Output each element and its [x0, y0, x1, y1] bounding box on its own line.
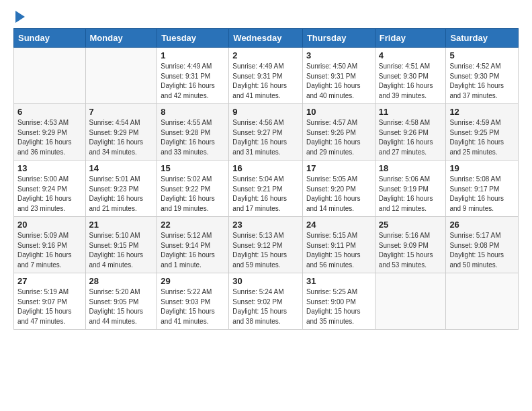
logo-arrow-icon	[15, 11, 25, 23]
day-info: Sunrise: 5:00 AM Sunset: 9:24 PM Dayligh…	[17, 175, 82, 214]
calendar-cell: 28Sunrise: 5:20 AM Sunset: 9:05 PM Dayli…	[85, 273, 157, 330]
day-number: 21	[89, 220, 154, 230]
calendar-cell: 15Sunrise: 5:02 AM Sunset: 9:22 PM Dayli…	[157, 161, 229, 217]
day-number: 1	[161, 50, 225, 60]
day-info: Sunrise: 4:50 AM Sunset: 9:31 PM Dayligh…	[306, 62, 371, 101]
day-number: 22	[161, 220, 225, 230]
day-number: 9	[232, 107, 299, 117]
weekday-header-saturday: Saturday	[446, 29, 519, 48]
calendar-cell	[375, 273, 446, 330]
weekday-header-friday: Friday	[375, 29, 446, 48]
day-info: Sunrise: 4:52 AM Sunset: 9:30 PM Dayligh…	[449, 62, 515, 101]
weekday-header-row: SundayMondayTuesdayWednesdayThursdayFrid…	[14, 29, 519, 48]
day-number: 10	[306, 107, 371, 117]
day-number: 26	[449, 220, 515, 230]
calendar-cell: 1Sunrise: 4:49 AM Sunset: 9:31 PM Daylig…	[157, 48, 229, 104]
day-info: Sunrise: 5:10 AM Sunset: 9:15 PM Dayligh…	[89, 231, 154, 270]
calendar-cell: 22Sunrise: 5:12 AM Sunset: 9:14 PM Dayli…	[157, 217, 229, 273]
calendar-cell: 19Sunrise: 5:08 AM Sunset: 9:17 PM Dayli…	[446, 161, 519, 217]
calendar-cell: 3Sunrise: 4:50 AM Sunset: 9:31 PM Daylig…	[302, 48, 375, 104]
day-number: 17	[306, 163, 371, 173]
day-number: 7	[89, 107, 154, 117]
calendar-cell: 8Sunrise: 4:55 AM Sunset: 9:28 PM Daylig…	[157, 104, 229, 161]
day-info: Sunrise: 5:01 AM Sunset: 9:23 PM Dayligh…	[89, 175, 154, 214]
calendar-cell: 31Sunrise: 5:25 AM Sunset: 9:00 PM Dayli…	[302, 273, 375, 330]
day-info: Sunrise: 4:59 AM Sunset: 9:25 PM Dayligh…	[449, 118, 515, 157]
page: SundayMondayTuesdayWednesdayThursdayFrid…	[0, 0, 532, 343]
day-number: 16	[232, 163, 299, 173]
day-info: Sunrise: 5:16 AM Sunset: 9:09 PM Dayligh…	[379, 231, 443, 270]
day-number: 12	[449, 107, 515, 117]
header	[13, 11, 519, 21]
day-number: 19	[449, 163, 515, 173]
calendar-cell: 20Sunrise: 5:09 AM Sunset: 9:16 PM Dayli…	[14, 217, 86, 273]
day-info: Sunrise: 5:09 AM Sunset: 9:16 PM Dayligh…	[17, 231, 82, 270]
logo-text	[13, 11, 25, 21]
day-info: Sunrise: 5:17 AM Sunset: 9:08 PM Dayligh…	[449, 231, 515, 270]
day-info: Sunrise: 5:12 AM Sunset: 9:14 PM Dayligh…	[161, 231, 225, 270]
day-info: Sunrise: 4:49 AM Sunset: 9:31 PM Dayligh…	[232, 62, 299, 101]
day-number: 8	[161, 107, 225, 117]
calendar-cell	[446, 273, 519, 330]
calendar-cell: 27Sunrise: 5:19 AM Sunset: 9:07 PM Dayli…	[14, 273, 86, 330]
calendar-cell: 7Sunrise: 4:54 AM Sunset: 9:29 PM Daylig…	[85, 104, 157, 161]
day-info: Sunrise: 5:24 AM Sunset: 9:02 PM Dayligh…	[232, 287, 299, 326]
calendar-cell: 29Sunrise: 5:22 AM Sunset: 9:03 PM Dayli…	[157, 273, 229, 330]
day-number: 29	[161, 276, 225, 286]
day-number: 30	[232, 276, 299, 286]
calendar-cell	[14, 48, 86, 104]
day-info: Sunrise: 5:19 AM Sunset: 9:07 PM Dayligh…	[17, 287, 82, 326]
day-number: 25	[379, 220, 443, 230]
day-info: Sunrise: 4:49 AM Sunset: 9:31 PM Dayligh…	[161, 62, 225, 101]
weekday-header-thursday: Thursday	[302, 29, 375, 48]
week-row-3: 13Sunrise: 5:00 AM Sunset: 9:24 PM Dayli…	[14, 161, 519, 217]
day-number: 20	[17, 220, 82, 230]
calendar-cell: 11Sunrise: 4:58 AM Sunset: 9:26 PM Dayli…	[375, 104, 446, 161]
calendar-cell: 12Sunrise: 4:59 AM Sunset: 9:25 PM Dayli…	[446, 104, 519, 161]
day-number: 13	[17, 163, 82, 173]
day-number: 24	[306, 220, 371, 230]
calendar-cell: 14Sunrise: 5:01 AM Sunset: 9:23 PM Dayli…	[85, 161, 157, 217]
calendar-cell: 10Sunrise: 4:57 AM Sunset: 9:26 PM Dayli…	[302, 104, 375, 161]
calendar-cell: 4Sunrise: 4:51 AM Sunset: 9:30 PM Daylig…	[375, 48, 446, 104]
day-info: Sunrise: 5:20 AM Sunset: 9:05 PM Dayligh…	[89, 287, 154, 326]
day-info: Sunrise: 5:13 AM Sunset: 9:12 PM Dayligh…	[232, 231, 299, 270]
calendar-cell: 13Sunrise: 5:00 AM Sunset: 9:24 PM Dayli…	[14, 161, 86, 217]
day-info: Sunrise: 4:57 AM Sunset: 9:26 PM Dayligh…	[306, 118, 371, 157]
calendar-cell: 16Sunrise: 5:04 AM Sunset: 9:21 PM Dayli…	[229, 161, 303, 217]
weekday-header-wednesday: Wednesday	[229, 29, 303, 48]
week-row-2: 6Sunrise: 4:53 AM Sunset: 9:29 PM Daylig…	[14, 104, 519, 161]
calendar-table: SundayMondayTuesdayWednesdayThursdayFrid…	[13, 28, 519, 330]
day-info: Sunrise: 5:02 AM Sunset: 9:22 PM Dayligh…	[161, 175, 225, 214]
day-info: Sunrise: 5:22 AM Sunset: 9:03 PM Dayligh…	[161, 287, 225, 326]
calendar-cell: 24Sunrise: 5:15 AM Sunset: 9:11 PM Dayli…	[302, 217, 375, 273]
day-number: 3	[306, 50, 371, 60]
day-number: 18	[379, 163, 443, 173]
calendar-cell: 5Sunrise: 4:52 AM Sunset: 9:30 PM Daylig…	[446, 48, 519, 104]
day-number: 4	[379, 50, 443, 60]
calendar-cell	[85, 48, 157, 104]
calendar-cell: 21Sunrise: 5:10 AM Sunset: 9:15 PM Dayli…	[85, 217, 157, 273]
day-number: 2	[232, 50, 299, 60]
weekday-header-monday: Monday	[85, 29, 157, 48]
day-number: 31	[306, 276, 371, 286]
day-number: 11	[379, 107, 443, 117]
calendar-cell: 23Sunrise: 5:13 AM Sunset: 9:12 PM Dayli…	[229, 217, 303, 273]
day-info: Sunrise: 5:15 AM Sunset: 9:11 PM Dayligh…	[306, 231, 371, 270]
day-info: Sunrise: 4:53 AM Sunset: 9:29 PM Dayligh…	[17, 118, 82, 157]
weekday-header-tuesday: Tuesday	[157, 29, 229, 48]
day-info: Sunrise: 4:51 AM Sunset: 9:30 PM Dayligh…	[379, 62, 443, 101]
day-number: 14	[89, 163, 154, 173]
day-number: 6	[17, 107, 82, 117]
calendar-cell: 6Sunrise: 4:53 AM Sunset: 9:29 PM Daylig…	[14, 104, 86, 161]
calendar-cell: 17Sunrise: 5:05 AM Sunset: 9:20 PM Dayli…	[302, 161, 375, 217]
calendar-cell: 30Sunrise: 5:24 AM Sunset: 9:02 PM Dayli…	[229, 273, 303, 330]
calendar-cell: 18Sunrise: 5:06 AM Sunset: 9:19 PM Dayli…	[375, 161, 446, 217]
weekday-header-sunday: Sunday	[14, 29, 86, 48]
calendar-cell: 26Sunrise: 5:17 AM Sunset: 9:08 PM Dayli…	[446, 217, 519, 273]
calendar-cell: 25Sunrise: 5:16 AM Sunset: 9:09 PM Dayli…	[375, 217, 446, 273]
day-number: 28	[89, 276, 154, 286]
day-info: Sunrise: 4:58 AM Sunset: 9:26 PM Dayligh…	[379, 118, 443, 157]
day-info: Sunrise: 4:54 AM Sunset: 9:29 PM Dayligh…	[89, 118, 154, 157]
day-number: 27	[17, 276, 82, 286]
